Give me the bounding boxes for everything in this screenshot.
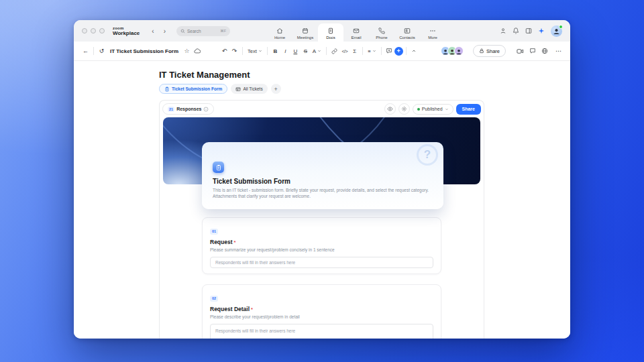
docs-icon (327, 27, 334, 34)
question-mark-decoration: ? (417, 144, 438, 166)
search-icon (180, 29, 185, 34)
redo-button[interactable]: ↷ (229, 45, 239, 57)
home-icon (276, 27, 283, 34)
insert-link-icon[interactable] (329, 45, 339, 57)
nav-item-home[interactable]: Home (267, 23, 292, 42)
maximize-window-button[interactable] (99, 28, 105, 34)
collapse-toolbar-icon[interactable] (409, 45, 419, 57)
equation-button[interactable]: Σ (350, 45, 360, 57)
align-dropdown[interactable]: ≡ (366, 48, 378, 54)
info-icon (203, 107, 209, 112)
window-controls (82, 28, 105, 34)
desktop-background: zoom Workplace ‹ › ⌘F Home Meet (0, 0, 644, 362)
question-hint: Please describe your request/problem in … (210, 314, 433, 319)
form-header-card: ? Ticket Submission Form This is an IT t… (202, 142, 443, 209)
cloud-sync-icon (192, 45, 202, 57)
search-bar[interactable]: ⌘F (176, 26, 230, 36)
code-block-button[interactable]: </> (339, 45, 350, 57)
history-back-button[interactable]: ‹ (149, 27, 156, 35)
form-share-button[interactable]: Share (456, 104, 481, 115)
ai-companion-icon[interactable] (538, 27, 545, 34)
chevron-down-icon (372, 49, 376, 53)
nav-item-email[interactable]: Email (343, 23, 369, 42)
question-card-2: 02 Request Detail* Please describe your … (202, 284, 441, 339)
more-icon (429, 27, 436, 34)
zoom-workplace-logo: zoom Workplace (113, 26, 140, 36)
gear-icon (401, 106, 407, 112)
form-app-icon (213, 162, 224, 173)
clipboard-icon (164, 86, 170, 92)
page-title: IT Ticket Management (159, 70, 484, 80)
italic-button[interactable]: I (280, 45, 290, 57)
chevron-down-icon (258, 49, 262, 53)
doc-back-button[interactable]: ← (80, 45, 91, 57)
responses-count-badge: 21 (168, 107, 174, 112)
version-history-icon[interactable]: ↺ (97, 45, 107, 57)
user-avatar[interactable] (551, 25, 562, 37)
close-window-button[interactable] (82, 28, 87, 34)
form-description: This is an IT ticket - submission form. … (213, 187, 437, 199)
question-number-badge: 02 (210, 296, 218, 302)
form-block: 21 Responses Published (159, 100, 484, 339)
nav-item-more[interactable]: More (420, 23, 445, 42)
add-comment-icon[interactable] (384, 45, 394, 57)
toolbar-more-icon[interactable]: ⋯ (553, 45, 564, 57)
publish-status-dropdown[interactable]: Published (413, 104, 453, 115)
profile-icon[interactable] (500, 27, 506, 34)
search-shortcut: ⌘F (220, 29, 226, 33)
document-toolbar: ← ↺ IT Ticket Submission Form ☆ ↶ ↷ Text… (74, 42, 570, 61)
question-hint: Please summarize your request/problem co… (210, 247, 433, 252)
bold-button[interactable]: B (270, 45, 280, 57)
underline-button[interactable]: U (290, 45, 301, 57)
doc-share-button[interactable]: Share (473, 45, 506, 57)
responses-toggle[interactable]: 21 Responses (162, 103, 214, 115)
logo-workplace: Workplace (113, 31, 140, 36)
strikethrough-button[interactable]: S (301, 45, 311, 57)
answer-input[interactable] (210, 257, 433, 268)
tab-all-tickets[interactable]: All Tickets (231, 84, 267, 94)
nav-item-docs[interactable]: Docs (318, 23, 343, 42)
search-input[interactable] (187, 29, 213, 34)
insert-block-button[interactable]: + (394, 47, 403, 56)
notifications-bell-icon[interactable] (513, 27, 519, 34)
contacts-icon (404, 27, 411, 34)
doc-title: IT Ticket Submission Form (110, 48, 178, 54)
collaborator-avatars[interactable] (441, 46, 464, 56)
side-panel-icon[interactable] (525, 27, 532, 34)
required-asterisk: * (251, 306, 253, 312)
phone-icon (378, 27, 385, 34)
answer-textarea[interactable] (210, 324, 433, 339)
add-tab-button[interactable]: + (271, 84, 281, 94)
undo-button[interactable]: ↶ (219, 45, 229, 57)
question-number-badge: 01 (210, 229, 218, 235)
text-style-dropdown[interactable]: Text (246, 48, 264, 54)
video-call-icon[interactable] (517, 48, 524, 55)
calendar-icon (302, 27, 309, 34)
form-title: Ticket Submission Form (213, 178, 433, 185)
nav-item-phone[interactable]: Phone (369, 23, 394, 42)
clipboard-icon (215, 164, 222, 171)
nav-item-meetings[interactable]: Meetings (292, 23, 318, 42)
doc-tabs: Ticket Submission Form All Tickets + (159, 84, 484, 94)
form-settings-button[interactable] (398, 103, 410, 115)
chat-icon[interactable] (529, 48, 536, 54)
published-status-dot (417, 108, 420, 111)
question-card-1: 01 Request* Please summarize your reques… (202, 217, 441, 274)
globe-icon[interactable] (541, 48, 548, 54)
minimize-window-button[interactable] (91, 28, 96, 34)
star-icon[interactable]: ☆ (182, 45, 192, 57)
preview-button[interactable] (384, 103, 396, 115)
question-list: 01 Request* Please summarize your reques… (160, 217, 484, 339)
tab-ticket-submission-form[interactable]: Ticket Submission Form (159, 84, 227, 94)
question-title: Request Detail* (210, 306, 433, 312)
chevron-down-icon (445, 107, 449, 111)
responses-bar: 21 Responses Published (160, 101, 484, 115)
nav-item-contacts[interactable]: Contacts (394, 23, 420, 42)
required-asterisk: * (234, 239, 236, 245)
collaborator-avatar (454, 46, 464, 56)
text-color-dropdown[interactable]: A (311, 48, 323, 54)
app-window: zoom Workplace ‹ › ⌘F Home Meet (74, 20, 570, 339)
main-nav: Home Meetings Docs Email Phone (267, 20, 445, 42)
document-canvas: IT Ticket Management Ticket Submission F… (74, 61, 570, 339)
history-forward-button[interactable]: › (161, 27, 168, 35)
